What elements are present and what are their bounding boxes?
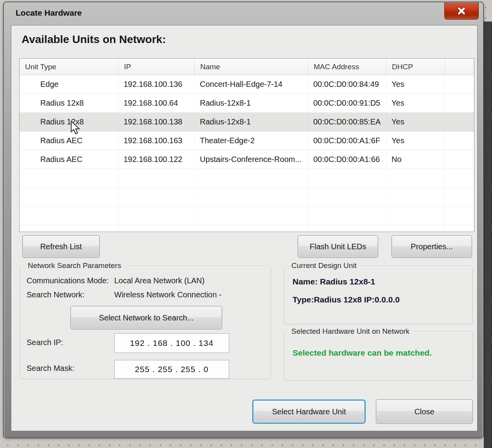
column-header-unit-type[interactable]: Unit Type <box>20 59 119 75</box>
cell-blank <box>445 113 474 131</box>
empty-row <box>20 188 474 207</box>
close-icon <box>456 6 467 16</box>
locate-hardware-dialog: Locate Hardware Available Units on Netwo… <box>3 2 484 438</box>
communications-mode-label: Communications Mode: <box>27 276 109 285</box>
cell-ip: 192.168.100.122 <box>119 150 195 169</box>
cell-mac: 00:0C:D0:00:85:EA <box>308 113 386 131</box>
cell-name: Concert-Hall-Edge-7-14 <box>195 75 308 94</box>
current-design-unit-group: Current Design Unit Name: Radius 12x8-1 … <box>284 266 473 324</box>
cell-unit-type: Radius AEC <box>20 150 119 169</box>
search-mask-label: Search Mask: <box>27 364 74 373</box>
cell-unit-type: Edge <box>20 75 119 94</box>
cell-dhcp: Yes <box>386 113 445 131</box>
title-bar[interactable]: Locate Hardware <box>4 2 483 25</box>
cell-unit-type: Radius 12x8 <box>20 94 119 113</box>
column-header-mac[interactable]: MAC Address <box>308 59 386 75</box>
cell-mac: 00:0C:D0:00:84:49 <box>308 75 386 94</box>
cell-blank <box>445 94 474 113</box>
empty-row <box>20 169 474 188</box>
search-ip-input[interactable]: 192 . 168 . 100 . 134 <box>114 333 229 353</box>
cell-mac: 00:0C:D0:00:A1:66 <box>308 150 386 169</box>
design-unit-name: Name: Radius 12x8-1 <box>293 277 375 286</box>
window-title: Locate Hardware <box>16 8 82 18</box>
select-hardware-unit-button[interactable]: Select Hardware Unit <box>252 399 366 424</box>
page-title: Available Units on Network: <box>22 33 166 46</box>
refresh-list-button[interactable]: Refresh List <box>22 235 100 258</box>
background-dot-strip <box>484 22 492 448</box>
cell-dhcp: Yes <box>386 75 445 94</box>
column-header-ip[interactable]: IP <box>119 59 195 75</box>
communications-mode-value: Local Area Network (LAN) <box>114 276 205 285</box>
flash-unit-leds-button[interactable]: Flash Unit LEDs <box>298 235 378 258</box>
selected-hardware-group: Selected Hardware Unit on Network Select… <box>284 331 473 381</box>
cell-blank <box>445 150 474 169</box>
column-header-blank[interactable] <box>445 59 474 75</box>
cell-blank <box>445 75 474 94</box>
cell-ip: 192.168.100.163 <box>119 131 195 150</box>
group-title: Current Design Unit <box>289 261 359 270</box>
design-unit-type-ip: Type:Radius 12x8 IP:0.0.0.0 <box>293 295 400 304</box>
search-ip-label: Search IP: <box>27 338 63 347</box>
cell-dhcp: No <box>386 150 445 169</box>
cell-ip: 192.168.100.64 <box>119 94 195 113</box>
group-title: Network Search Parameters <box>25 261 124 270</box>
column-header-dhcp[interactable]: DHCP <box>386 59 445 75</box>
cell-name: Upstairs-Conference-Room... <box>195 150 308 169</box>
cell-name: Theater-Edge-2 <box>195 131 308 150</box>
table-row[interactable]: Edge 192.168.100.136 Concert-Hall-Edge-7… <box>20 75 474 94</box>
search-network-label: Search Network: <box>27 290 84 299</box>
cell-dhcp: Yes <box>386 94 445 113</box>
cell-ip: 192.168.100.136 <box>119 75 195 94</box>
listview-header: Unit Type IP Name MAC Address DHCP <box>20 59 474 75</box>
cell-ip: 192.168.100.138 <box>119 113 195 131</box>
match-status-text: Selected hardware can be matched. <box>293 348 432 358</box>
table-row[interactable]: Radius AEC 192.168.100.163 Theater-Edge-… <box>20 131 474 150</box>
table-row[interactable]: Radius AEC 192.168.100.122 Upstairs-Conf… <box>20 150 474 169</box>
properties-button[interactable]: Properties... <box>391 235 472 258</box>
mouse-cursor-icon <box>69 121 83 135</box>
group-title: Selected Hardware Unit on Network <box>289 327 412 336</box>
empty-row <box>20 225 474 232</box>
close-button[interactable]: Close <box>376 399 473 424</box>
column-header-name[interactable]: Name <box>195 59 308 75</box>
select-network-to-search-button[interactable]: Select Network to Search... <box>70 306 222 329</box>
units-listview[interactable]: Unit Type IP Name MAC Address DHCP Edge … <box>19 58 474 232</box>
empty-row <box>20 207 474 225</box>
network-search-parameters-group: Network Search Parameters Communications… <box>20 266 271 379</box>
close-window-button[interactable] <box>444 2 479 20</box>
table-row[interactable]: Radius 12x8 192.168.100.64 Radius-12x8-1… <box>20 94 474 113</box>
search-mask-input[interactable]: 255 . 255 . 255 . 0 <box>114 360 229 379</box>
table-row-selected[interactable]: Radius 12x8 192.168.100.138 Radius-12x8-… <box>20 113 474 131</box>
search-network-value: Wireless Network Connection - <box>114 290 222 299</box>
cell-mac: 00:0C:D0:00:A1:6F <box>308 131 386 150</box>
cell-blank <box>445 131 474 150</box>
cell-mac: 00:0C:D0:00:91:D5 <box>308 94 386 113</box>
dialog-client-area: Available Units on Network: Unit Type IP… <box>11 25 478 431</box>
cell-name: Radius-12x8-1 <box>195 113 308 131</box>
cell-name: Radius-12x8-1 <box>195 94 308 113</box>
cell-dhcp: Yes <box>386 131 445 150</box>
